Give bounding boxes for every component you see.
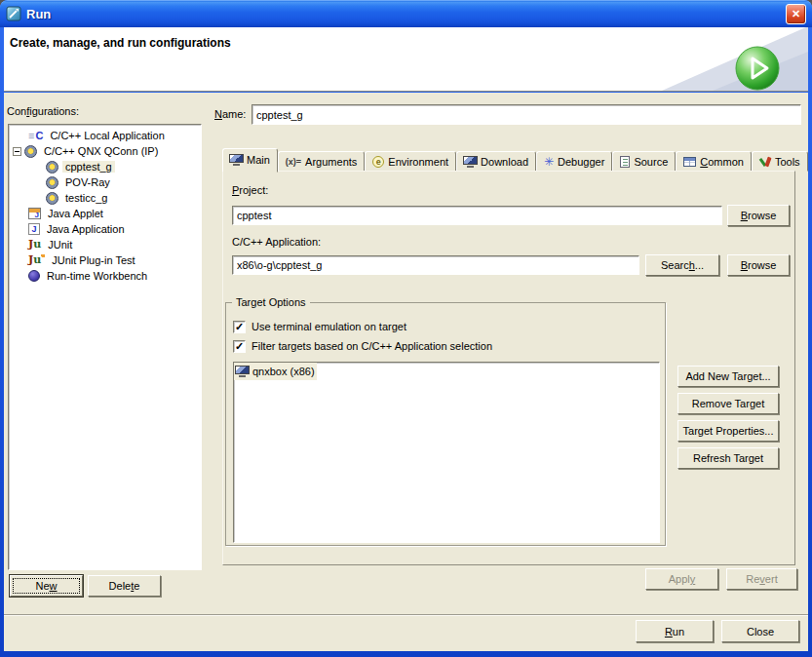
tab-common[interactable]: Common — [676, 151, 752, 172]
environment-icon — [372, 156, 384, 168]
gear-icon — [24, 145, 37, 158]
junit-icon — [28, 239, 41, 251]
configurations-label: Configurations: — [7, 105, 79, 117]
run-wizard-icon — [6, 6, 21, 21]
c-application-icon — [28, 130, 43, 141]
tree-item-cpptest-g[interactable]: cpptest_g — [9, 159, 201, 174]
tree-item-java-applet[interactable]: Java Applet — [9, 206, 201, 221]
common-icon — [683, 157, 696, 167]
tree-item-cpp-local-application[interactable]: C/C++ Local Application — [9, 128, 201, 143]
computer-icon — [230, 154, 243, 166]
application-browse-button[interactable]: Browse — [727, 254, 790, 276]
debugger-icon — [544, 156, 554, 168]
application-input[interactable] — [232, 255, 639, 275]
banner-heading: Create, manage, and run configurations — [10, 36, 231, 50]
gear-icon — [46, 176, 58, 189]
name-label: Name: — [214, 108, 246, 120]
tree-item-pov-ray[interactable]: POV-Ray — [9, 174, 201, 190]
remove-target-button[interactable]: Remove Target — [677, 393, 779, 414]
configurations-tree[interactable]: C/C++ Local Application C/C++ QNX QConn … — [8, 124, 202, 570]
tab-bar: Main Arguments Environment Download Debu… — [222, 147, 808, 172]
apply-button[interactable]: Apply — [645, 568, 718, 590]
target-properties-button[interactable]: Target Properties... — [677, 420, 779, 442]
collapse-minus-icon[interactable] — [13, 147, 21, 156]
green-play-circle-icon — [734, 45, 781, 92]
gear-icon — [46, 161, 58, 174]
delete-button[interactable]: Delete — [88, 575, 161, 597]
name-input[interactable] — [251, 104, 801, 125]
refresh-target-button[interactable]: Refresh Target — [677, 447, 779, 469]
close-button[interactable]: Close — [721, 620, 799, 642]
tools-icon — [759, 156, 771, 168]
tab-download[interactable]: Download — [456, 151, 536, 172]
project-input[interactable] — [232, 206, 722, 225]
download-icon — [464, 156, 477, 168]
project-label: Project: — [232, 184, 268, 196]
target-list-item-qnxbox[interactable]: qnxbox (x86) — [234, 363, 317, 380]
tab-arguments[interactable]: Arguments — [278, 151, 365, 172]
tree-item-junit-plugin-test[interactable]: JUnit Plug-in Test — [9, 252, 201, 268]
tab-source[interactable]: Source — [612, 151, 676, 172]
tab-debugger[interactable]: Debugger — [536, 151, 612, 172]
terminal-emulation-label: Use terminal emulation on target — [251, 321, 406, 332]
filter-targets-checkbox[interactable] — [233, 340, 246, 353]
gear-icon — [46, 192, 58, 205]
arguments-icon — [286, 157, 301, 167]
close-icon[interactable] — [786, 4, 806, 24]
main-tab-page: Project: Browse C/C++ Application: Searc… — [222, 171, 795, 565]
add-new-target-button[interactable]: Add New Target... — [677, 366, 779, 387]
target-list[interactable]: qnxbox (x86) — [233, 362, 660, 543]
tree-item-testicc-g[interactable]: testicc_g — [9, 190, 201, 206]
computer-icon — [236, 366, 249, 377]
banner: Create, manage, and run configurations — [4, 27, 808, 92]
tab-environment[interactable]: Environment — [365, 151, 456, 172]
terminal-emulation-row: Use terminal emulation on target — [233, 317, 658, 336]
java-icon — [28, 223, 40, 235]
junit-plugin-icon — [28, 254, 45, 266]
filter-targets-row: Filter targets based on C/C++ Applicatio… — [233, 336, 658, 356]
search-button[interactable]: Search... — [645, 254, 719, 276]
filter-targets-label: Filter targets based on C/C++ Applicatio… — [251, 340, 492, 352]
window-title: Run — [26, 7, 51, 21]
tab-tools[interactable]: Tools — [752, 151, 808, 172]
run-button[interactable]: Run — [636, 620, 714, 642]
terminal-emulation-checkbox[interactable] — [233, 321, 246, 333]
tab-main[interactable]: Main — [222, 148, 278, 173]
application-label: C/C++ Application: — [232, 236, 321, 248]
source-icon — [620, 156, 630, 168]
tree-item-java-application[interactable]: Java Application — [9, 221, 201, 237]
run-dialog: Run Create, manage, and run configuratio… — [0, 0, 812, 657]
tree-item-runtime-workbench[interactable]: Run-time Workbench — [9, 268, 201, 284]
dialog-body: Configurations: C/C++ Local Application … — [4, 93, 808, 651]
target-options-title: Target Options — [232, 296, 310, 308]
tree-item-junit[interactable]: JUnit — [9, 237, 201, 252]
new-button[interactable]: New — [10, 575, 83, 597]
target-options-group: Target Options Use terminal emulation on… — [225, 302, 666, 546]
project-browse-button[interactable]: Browse — [727, 205, 790, 226]
footer-separator — [4, 614, 808, 616]
java-applet-icon — [28, 208, 41, 219]
tree-item-cpp-qnx-qconn[interactable]: C/C++ QNX QConn (IP) — [9, 143, 201, 159]
workbench-icon — [28, 270, 40, 282]
revert-button[interactable]: Revert — [726, 568, 797, 590]
titlebar: Run — [0, 0, 812, 27]
